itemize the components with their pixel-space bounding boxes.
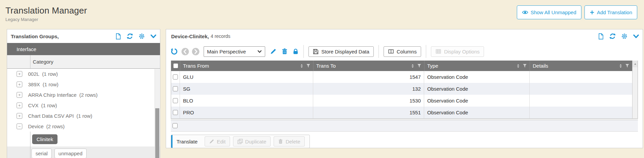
filter-funnel-icon[interactable]: [306, 64, 310, 68]
new-document-icon[interactable]: [115, 33, 121, 40]
columns-icon: [388, 49, 394, 54]
sort-icon[interactable]: [411, 64, 415, 68]
edit-perspective-pencil-icon[interactable]: [270, 48, 277, 55]
groups-scrollbar-thumb[interactable]: [155, 108, 159, 158]
interface-group-header[interactable]: Interface: [7, 43, 160, 55]
tree-row-002l[interactable]: + 002L (1 row): [7, 69, 160, 79]
refresh-icon[interactable]: [127, 33, 133, 40]
undo-icon[interactable]: [171, 48, 178, 55]
row-checkbox[interactable]: [173, 86, 178, 91]
history-forward-icon[interactable]: [192, 48, 200, 55]
refresh-icon[interactable]: [609, 33, 616, 40]
tree-row-chart-data-csv-api[interactable]: + Chart Data CSV API (1 row): [7, 111, 160, 121]
column-label: Details: [533, 63, 617, 69]
unmapped-tag-badge[interactable]: unmapped: [54, 149, 87, 158]
table-row[interactable]: SG 132 Observation Code: [171, 83, 632, 95]
duplicate-label: Duplicate: [245, 139, 267, 144]
footer-checkbox[interactable]: [172, 123, 178, 128]
display-options-button[interactable]: Display Options: [431, 46, 484, 57]
sort-icon[interactable]: [619, 64, 623, 68]
tree-item-count: (1 row): [43, 82, 59, 87]
cell-trans-to: 132: [313, 83, 424, 95]
interface-tree: + 002L (1 row) + 389X (1 row) + ARRA Chi…: [7, 69, 160, 158]
new-row-footer[interactable]: [171, 120, 638, 132]
tree-row-389x[interactable]: + 389X (1 row): [7, 79, 160, 90]
collapse-panel-chevron-icon[interactable]: [150, 33, 157, 40]
translation-groups-header: Translation Groups,: [7, 29, 160, 43]
translate-button[interactable]: Translate: [177, 139, 198, 144]
cell-type: Observation Code: [424, 71, 530, 83]
scroll-up-button[interactable]: [632, 61, 638, 67]
expand-plus-icon[interactable]: +: [17, 92, 22, 98]
store-displayed-data-button[interactable]: Store Displayed Data: [308, 46, 374, 57]
new-document-icon[interactable]: [598, 33, 604, 40]
table-header-row: Trans From Trans To: [171, 61, 632, 71]
sort-icon[interactable]: [516, 64, 520, 68]
row-checkbox[interactable]: [173, 74, 178, 80]
device-child-row: Clinitek: [7, 132, 160, 146]
tree-item-label: CVX: [28, 103, 39, 108]
delete-perspective-trash-icon[interactable]: [281, 48, 288, 55]
select-chevron-icon: [257, 49, 262, 54]
tree-row-device[interactable]: − Device (2 rows): [7, 121, 160, 132]
row-checkbox-cell: [171, 83, 180, 95]
cell-trans-from: SG: [180, 83, 313, 95]
perspective-select[interactable]: Main Perspective: [204, 46, 265, 57]
expand-plus-icon[interactable]: +: [17, 113, 22, 119]
gear-icon[interactable]: [138, 33, 145, 40]
tree-item-count: (2 rows): [46, 123, 65, 129]
column-header-type[interactable]: Type: [424, 61, 530, 71]
table-row[interactable]: GLU 1547 Observation Code: [171, 71, 632, 83]
row-checkbox[interactable]: [173, 98, 178, 103]
expand-plus-icon[interactable]: +: [17, 71, 22, 77]
columns-button[interactable]: Columns: [384, 46, 421, 57]
column-label: Type: [427, 63, 514, 69]
tree-item-label: Chart Data CSV API: [28, 113, 74, 119]
add-translation-button[interactable]: Add Translation: [584, 5, 637, 19]
translation-groups-title: Translation Groups,: [11, 33, 59, 39]
select-all-cell: [171, 61, 180, 71]
plus-icon: [590, 10, 595, 15]
tree-row-cvx[interactable]: + CVX (1 row): [7, 100, 160, 111]
filter-funnel-icon[interactable]: [625, 64, 629, 68]
serial-tag-badge[interactable]: serial: [31, 149, 52, 158]
grid-icon: [435, 49, 441, 54]
save-floppy-icon: [313, 49, 319, 54]
gear-icon[interactable]: [621, 33, 628, 40]
lock-perspective-icon[interactable]: [293, 48, 299, 55]
filter-funnel-icon[interactable]: [417, 64, 421, 68]
tree-item-label: Device: [28, 123, 44, 129]
expand-plus-icon[interactable]: +: [17, 82, 22, 87]
groups-scrollbar[interactable]: [155, 69, 160, 158]
cell-trans-to: 1547: [313, 71, 424, 83]
category-column-label: Category: [33, 59, 53, 65]
delete-button[interactable]: Delete: [274, 136, 304, 146]
table-row[interactable]: BLO 1530 Observation Code: [171, 95, 632, 107]
tree-row-arra-chirp-interface[interactable]: + ARRA Chirp Interface (2 rows): [7, 90, 160, 100]
collapse-panel-chevron-icon[interactable]: [633, 33, 639, 40]
row-checkbox-cell: [171, 95, 180, 107]
column-header-trans-to[interactable]: Trans To: [313, 61, 424, 71]
table-scrollbar[interactable]: [632, 61, 638, 118]
show-all-unmapped-button[interactable]: Show All Unmapped: [517, 5, 581, 19]
duplicate-copy-icon: [237, 139, 243, 144]
expand-plus-icon[interactable]: +: [17, 103, 22, 108]
row-checkbox-cell: [171, 107, 180, 118]
select-all-checkbox[interactable]: [173, 63, 178, 68]
column-label: Trans From: [183, 63, 298, 69]
category-column-header[interactable]: Category: [7, 55, 160, 69]
add-translation-label: Add Translation: [597, 9, 632, 15]
filter-funnel-icon[interactable]: [523, 64, 527, 68]
clinitek-selected-badge[interactable]: Clinitek: [32, 134, 58, 144]
collapse-minus-icon[interactable]: −: [17, 123, 22, 129]
row-checkbox[interactable]: [173, 110, 178, 115]
records-toolbar: Main Perspective Store Displayed Data Co…: [171, 44, 638, 59]
column-header-details[interactable]: Details: [530, 61, 632, 71]
column-header-trans-from[interactable]: Trans From: [180, 61, 313, 71]
sort-icon[interactable]: [300, 64, 304, 68]
edit-button[interactable]: Edit: [205, 136, 230, 146]
duplicate-button[interactable]: Duplicate: [233, 136, 271, 146]
history-back-icon[interactable]: [181, 48, 189, 55]
toolbar-divider: [303, 45, 304, 58]
table-row[interactable]: PRO 1551 Observation Code: [171, 107, 632, 118]
